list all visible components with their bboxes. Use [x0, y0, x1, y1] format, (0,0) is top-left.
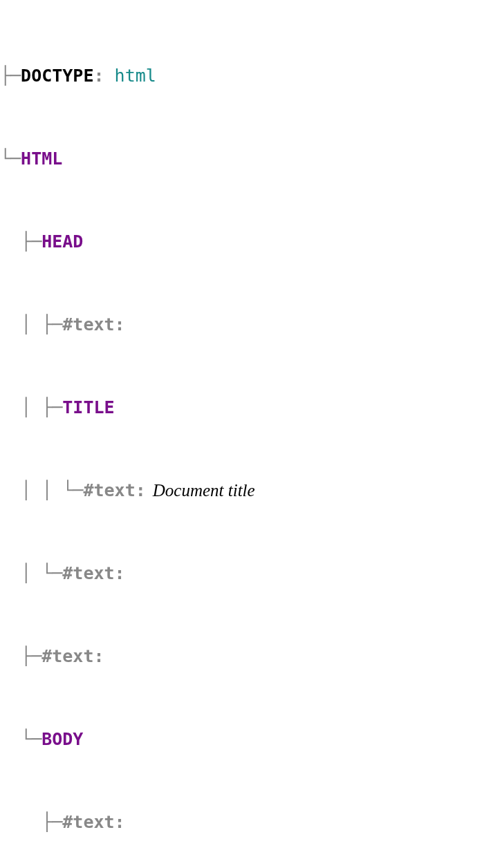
- colon: :: [115, 560, 125, 587]
- tree-branch: │ ├─: [0, 394, 62, 422]
- tree-row-body: └─BODY: [0, 726, 475, 753]
- doctype-label: DOCTYPE: [21, 62, 93, 90]
- tree-branch: ├─: [0, 62, 21, 90]
- tree-row-doctype: ├─DOCTYPE: html: [0, 62, 475, 90]
- tree-row-text: ├─#text:: [0, 643, 475, 670]
- tag-head: HEAD: [41, 228, 83, 256]
- text-node-label: #text: [62, 311, 114, 339]
- colon: :: [115, 809, 125, 836]
- text-node-label: #text: [41, 643, 93, 670]
- doctype-value: html: [115, 62, 156, 90]
- tree-row-title-text: │ │ └─#text:Document title: [0, 477, 475, 504]
- tree-branch: ├─: [0, 228, 41, 256]
- tree-branch: │ ├─: [0, 311, 62, 339]
- tree-branch: │ │ └─: [0, 477, 83, 504]
- tree-branch: ├─: [0, 809, 62, 836]
- text-node-label: #text: [62, 809, 114, 836]
- tag-html: HTML: [21, 145, 62, 173]
- tree-row-text: │ ├─#text:: [0, 311, 475, 339]
- text-node-label: #text: [62, 560, 114, 587]
- colon: :: [115, 311, 125, 339]
- tree-branch: ├─: [0, 643, 41, 670]
- colon: :: [136, 477, 146, 504]
- tree-branch: └─: [0, 145, 21, 173]
- tree-row-title: │ ├─TITLE: [0, 394, 475, 422]
- tree-branch: └─: [0, 726, 41, 753]
- tree-branch: │ └─: [0, 560, 62, 587]
- tag-body: BODY: [41, 726, 83, 753]
- tree-row-html: └─HTML: [0, 145, 475, 173]
- tree-row-text: │ └─#text:: [0, 560, 475, 587]
- tree-row-head: ├─HEAD: [0, 228, 475, 256]
- colon: :: [93, 643, 104, 670]
- dom-tree: ├─DOCTYPE: html └─HTML ├─HEAD │ ├─#text:…: [0, 7, 475, 868]
- doc-title-value: Document title: [146, 477, 255, 504]
- tag-title: TITLE: [62, 394, 114, 422]
- tree-row-text: ├─#text:: [0, 809, 475, 836]
- colon: :: [93, 62, 114, 90]
- text-node-label: #text: [83, 477, 135, 504]
